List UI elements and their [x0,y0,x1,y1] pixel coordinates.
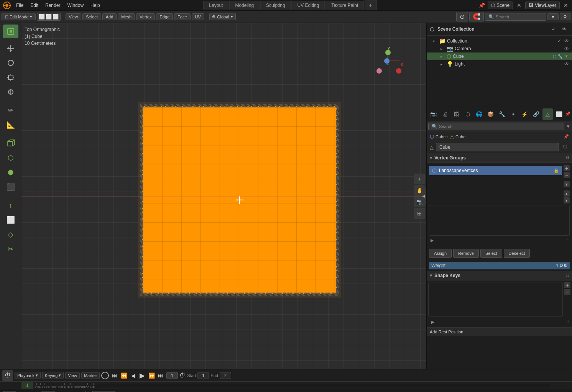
tab-sculpting[interactable]: Sculpting [260,1,291,10]
tree-expand-camera[interactable]: ▸ [441,47,445,51]
cube-add-icon[interactable] [3,136,18,150]
playback-menu[interactable]: Playback ▾ [15,372,41,379]
light-eye-icon[interactable]: 👁 [564,61,569,67]
outliner-check-icon[interactable]: ✓ [549,25,558,34]
prop-constraints-icon[interactable]: 🔗 [531,108,542,120]
vg-play-icon[interactable]: ▶ [429,237,435,243]
shape-keys-header[interactable]: ▾ Shape Keys ⠿ [427,271,572,280]
marker-menu[interactable]: Marker [81,372,100,379]
prop-material-icon[interactable]: ⬜ [554,108,564,120]
timeline-mode-icon[interactable]: ⏱ [2,370,13,381]
menu-edit[interactable]: Edit [27,2,41,9]
tree-expand-icon[interactable]: ▾ [433,39,437,43]
view-menu[interactable]: View [66,13,82,20]
vg-lock-icon[interactable]: 🔒 [554,168,559,173]
uv-menu[interactable]: UV [192,13,204,20]
vg-up-icon[interactable]: ▴ [564,190,570,197]
title-shield-icon[interactable]: 🛡 [561,143,569,151]
sk-play-icon[interactable]: ▶ [430,319,436,325]
vg-down2-icon[interactable]: ▾ [564,197,570,203]
props-search-wrapper[interactable]: 🔍 Search [428,123,564,130]
rotate-tool-icon[interactable] [3,56,18,70]
vertex-menu[interactable]: Vertex [136,13,155,20]
props-pin-icon[interactable]: 📌 [565,112,570,116]
blender-logo-icon[interactable] [2,0,12,11]
prop-output-icon[interactable]: 🖨 [440,108,450,120]
knife-icon[interactable]: ✂ [3,242,18,256]
viewlayer-close-icon[interactable]: ✕ [561,1,570,10]
collection-eye2-icon[interactable]: 👁 [564,38,569,44]
tab-uv-editing[interactable]: UV Editing [291,1,325,10]
cube-modifier-icon[interactable]: 🔧 [557,54,563,59]
prop-data-icon[interactable]: △ [542,108,553,120]
menu-help[interactable]: Help [87,2,103,9]
next-keyframe-icon[interactable]: ⏩ [147,371,156,380]
start-value[interactable]: 1 [197,372,209,379]
pin-icon[interactable]: 📌 [477,1,486,10]
current-frame[interactable]: 1 [166,372,178,379]
snapping-toggle[interactable]: 🧲 [469,12,484,21]
breadcrumb-cube[interactable]: Cube [436,134,445,139]
measure-tool-icon[interactable]: 📐 [3,118,18,132]
vg-remove-icon[interactable]: − [564,172,570,178]
tab-texture-paint[interactable]: Texture Paint [325,1,364,10]
timeline-scrollbar[interactable] [96,384,551,387]
tab-modeling[interactable]: Modeling [229,1,260,10]
timeline-view-menu[interactable]: View [65,372,80,379]
cube-mesh[interactable] [142,106,337,294]
scene-close-icon[interactable]: ✕ [514,1,524,10]
sk-add-icon[interactable]: + [564,282,570,288]
edge-menu[interactable]: Edge [156,13,173,20]
scale-tool-icon[interactable] [3,71,18,84]
camera-eye-icon[interactable]: 👁 [564,46,569,51]
jump-end-icon[interactable]: ⏭ [156,371,165,380]
annotate-tool-icon[interactable]: ✏ [3,103,18,117]
overlay-icons[interactable]: ⬜ ⬜ ⬜ [37,13,61,21]
assign-button[interactable]: Assign [429,249,452,258]
prop-view-layer-icon[interactable]: 🖼 [451,108,462,120]
keying-menu[interactable]: Keying ▾ [42,372,64,379]
weight-value[interactable]: 1.000 [556,263,567,268]
panel-collapse-icon[interactable]: ◀ [421,189,426,204]
tree-item-light[interactable]: ▸ 💡 Light 👁 [427,60,572,68]
jump-start-icon[interactable]: ⏮ [110,371,119,380]
viewlayer-selector[interactable]: 🖼 ViewLayer [525,2,560,9]
grid-view-icon[interactable]: ⊞ [414,208,425,219]
prop-particles-icon[interactable]: ✦ [508,108,519,120]
prop-render-icon[interactable]: 📷 [428,108,439,120]
collection-eye-icon[interactable]: ✓ [557,38,561,44]
filter-icon[interactable]: ▼ [547,13,559,20]
extrude-icon[interactable]: ↑ [3,198,18,212]
breadcrumb-pin-icon[interactable]: 📌 [564,134,569,139]
move-tool-icon[interactable] [3,41,18,55]
prop-world-icon[interactable]: 🌐 [474,108,485,120]
add-rest-position-button[interactable]: Add Rest Position [427,327,572,336]
play-icon[interactable]: ▶ [138,371,146,380]
add-menu[interactable]: Add [102,13,117,20]
transform-pivot[interactable]: ⊙ [456,12,468,21]
prop-physics-icon[interactable]: ⚡ [519,108,530,120]
tree-item-collection[interactable]: ▾ 📁 Collection ✓ 👁 [427,37,572,45]
prop-scene-icon[interactable]: ⬡ [462,108,473,120]
scene-selector[interactable]: ⬡ Scene [488,2,513,9]
mesh-menu[interactable]: Mesh [118,13,135,20]
outliner-eye-icon[interactable]: 👁 [560,25,569,34]
gizmo-widget[interactable]: Y X Z [373,46,403,77]
gizmo-z-dot[interactable] [384,58,390,64]
object-name-field[interactable]: Cube [436,143,559,151]
prop-modifier-icon[interactable]: 🔧 [497,108,508,120]
tree-expand-light[interactable]: ▸ [441,62,445,66]
menu-window[interactable]: Window [64,2,87,9]
tab-add[interactable]: + [365,0,376,10]
clock-icon[interactable]: ⏱ [179,372,186,379]
select-mode-icon[interactable] [3,25,18,38]
tab-layout[interactable]: Layout [203,1,228,10]
tree-item-camera[interactable]: ▸ 📷 Camera 👁 [427,45,572,52]
vertex-groups-header[interactable]: ▾ Vertex Groups ⠿ [427,153,572,163]
options-icon[interactable]: ⚙ [560,13,570,20]
tree-item-cube[interactable]: ▸ ⬡ Cube ⬡ 🔧 👁 [427,52,572,60]
gizmo-neg-x-dot[interactable] [376,68,382,74]
bevel-icon[interactable]: ◇ [3,228,18,241]
viewport-area[interactable]: Top Orthographic (1) Cube 10 Centimeters… [21,23,426,369]
play-back-icon[interactable]: ◀ [129,371,137,380]
